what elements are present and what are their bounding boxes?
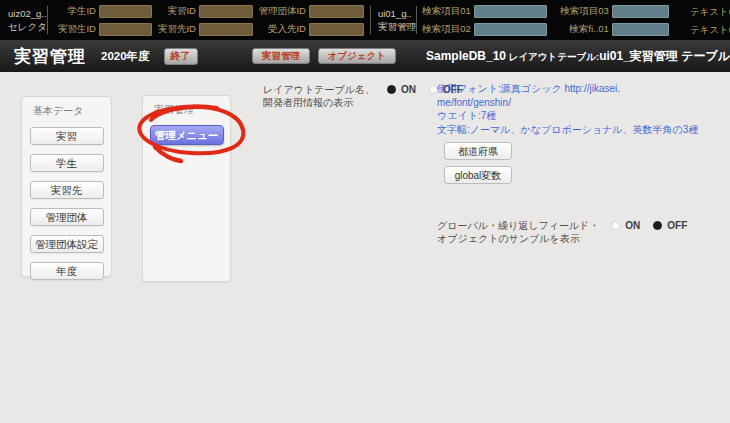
training-mgmt-panel-title: 実習管理 (154, 103, 230, 117)
search-item-03-field[interactable] (612, 5, 669, 18)
radio-on[interactable] (611, 221, 620, 230)
titlebar: 実習管理 2020年度 終了 実習管理 オブジェクト SampleDB_10 レ… (0, 40, 730, 72)
nav-training-mgmt-button[interactable]: 実習管理 (252, 48, 310, 64)
acceptor-id-field[interactable] (309, 23, 364, 36)
student-id-label: 学生ID (50, 5, 96, 18)
dev-info-line2: 開発者用情報の表示 (263, 96, 463, 109)
radio-on-label: ON (625, 219, 640, 232)
selector-name-label: セレクタ (8, 20, 47, 33)
id-field-column: 実習ID 実習先ID (155, 5, 253, 36)
topbar-module-ident: ui01_g.. 実習管理 (371, 7, 416, 33)
search-fi-01-field[interactable] (612, 23, 669, 36)
page-title: 実習管理 (14, 45, 86, 68)
search-fields-group: 検索項目01 検索項目02 検索項目03 検索fi..01 (419, 5, 669, 36)
search-item-02-label: 検索項目02 (419, 23, 471, 36)
sample-info-note: グローバル・繰り返しフィールド・ ON OFF オブジェクトのサンプルを表示 (437, 219, 687, 245)
radio-on[interactable] (387, 85, 396, 94)
module-name-label: 実習管理 (378, 20, 416, 33)
topbar-divider (416, 6, 417, 34)
font-info-line: ウエイト:7種 (437, 109, 729, 123)
action-buttons: 都道府県 global変数 (444, 142, 512, 190)
org-id-label: 管理団体ID (256, 5, 306, 18)
search-item-01-field[interactable] (474, 5, 547, 18)
search-item-01-label: 検索項目01 (419, 5, 471, 18)
trainee-id-field[interactable] (99, 23, 152, 36)
search-item-03-label: 検索項目03 (557, 5, 609, 18)
font-info-note: 使用フォント:源真ゴシック http://jikasei. me/font/ge… (437, 82, 729, 136)
sidebar-item-training-site[interactable]: 実習先 (30, 181, 104, 199)
training-mgmt-panel: 実習管理 管理メニュー (142, 95, 231, 282)
management-menu-button[interactable]: 管理メニュー (150, 125, 224, 145)
training-id-label: 実習ID (155, 5, 196, 18)
font-info-line: 文字幅:ノーマル、かなプロポーショナル、英数半角の3種 (437, 123, 729, 137)
acceptor-id-label: 受入先ID (256, 23, 306, 36)
layout-table-name: ui01_実習管理 テーブル (599, 49, 730, 63)
topbar-divider (47, 6, 48, 34)
id-field-column: 学生ID 実習生ID (50, 5, 152, 36)
search-item-02-field[interactable] (474, 23, 547, 36)
dev-info-line1: レイアウトテーブル名、 (263, 83, 375, 96)
text-label-bottom: テキスト0 (690, 23, 730, 36)
text-label-top: テキスト0 (690, 5, 730, 18)
trainee-id-label: 実習生ID (50, 23, 96, 36)
selector-id-label: uiz02_g.. (8, 7, 47, 20)
radio-on-label: ON (401, 83, 416, 96)
topbar: uiz02_g.. セレクタ 学生ID 実習生ID 実習ID 実習先ID 管理団… (0, 0, 730, 40)
training-id-field[interactable] (199, 5, 253, 18)
prefecture-button[interactable]: 都道府県 (444, 142, 512, 160)
font-info-line: 使用フォント:源真ゴシック http://jikasei. (437, 82, 729, 96)
id-fields-group: 学生ID 実習生ID 実習ID 実習先ID 管理団体ID 受入先ID (50, 5, 364, 36)
search-fi-01-label: 検索fi..01 (557, 23, 609, 36)
nav-buttons: 実習管理 オブジェクト (252, 48, 396, 64)
training-site-id-field[interactable] (199, 23, 253, 36)
id-field-column: 管理団体ID 受入先ID (256, 5, 364, 36)
year-label: 2020年度 (101, 49, 150, 64)
search-field-column: 検索項目03 検索fi..01 (557, 5, 669, 36)
db-name: SampleDB_10 (426, 49, 506, 63)
layout-table-info: SampleDB_10 レイアウトテーブル:ui01_実習管理 テーブル (426, 48, 730, 65)
sample-info-radio-group: ON OFF (611, 219, 687, 232)
font-info-line: me/font/genshin/ (437, 96, 729, 110)
radio-off[interactable] (653, 221, 662, 230)
training-site-id-label: 実習先ID (155, 23, 196, 36)
sidebar-item-org-settings[interactable]: 管理団体設定 (30, 235, 104, 253)
search-field-column: 検索項目01 検索項目02 (419, 5, 547, 36)
exit-button[interactable]: 終了 (164, 48, 198, 65)
topbar-selector-ident: uiz02_g.. セレクタ (0, 7, 47, 33)
sample-info-line1: グローバル・繰り返しフィールド・ (437, 219, 599, 232)
dev-info-note: レイアウトテーブル名、 ON OFF 開発者用情報の表示 (263, 83, 463, 109)
module-id-label: ui01_g.. (378, 7, 416, 20)
main-content: 基本データ 実習 学生 実習先 管理団体 管理団体設定 年度 実習管理 管理メニ… (0, 72, 730, 423)
sidebar-item-training[interactable]: 実習 (30, 127, 104, 145)
student-id-field[interactable] (99, 5, 152, 18)
app-window: uiz02_g.. セレクタ 学生ID 実習生ID 実習ID 実習先ID 管理団… (0, 0, 730, 423)
text-labels-group: テキスト0 テキスト0 (690, 5, 730, 36)
nav-object-button[interactable]: オブジェクト (318, 48, 396, 64)
basic-data-panel-title: 基本データ (33, 104, 111, 118)
sidebar-item-year[interactable]: 年度 (30, 262, 104, 280)
sidebar-item-student[interactable]: 学生 (30, 154, 104, 172)
basic-data-panel: 基本データ 実習 学生 実習先 管理団体 管理団体設定 年度 (21, 96, 112, 277)
radio-off-label: OFF (667, 219, 687, 232)
global-variable-button[interactable]: global変数 (444, 166, 512, 184)
sample-info-line2: オブジェクトのサンプルを表示 (437, 232, 687, 245)
org-id-field[interactable] (309, 5, 364, 18)
layout-table-label: レイアウトテーブル: (506, 51, 599, 62)
sidebar-item-org[interactable]: 管理団体 (30, 208, 104, 226)
